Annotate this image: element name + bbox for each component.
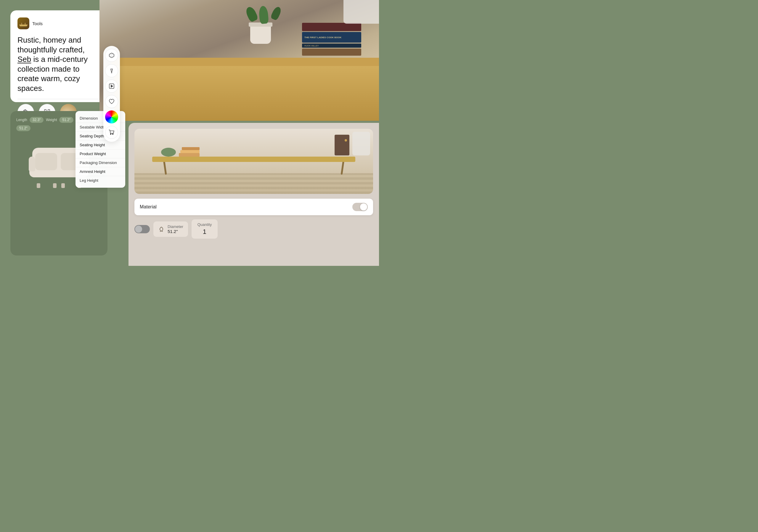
logo-row: Tools — [17, 17, 100, 29]
length-label: Length — [16, 118, 27, 122]
length-value: 32.3" — [30, 117, 44, 123]
diameter-label: Diameter — [168, 224, 183, 229]
tool-panel — [103, 46, 120, 142]
bottom-controls-row: Diameter 51.2" Quantity 1 — [134, 219, 373, 239]
color-picker-button[interactable] — [105, 111, 118, 123]
svg-rect-1 — [21, 23, 22, 24]
lamp-button[interactable] — [105, 64, 118, 77]
play-button[interactable] — [105, 80, 118, 93]
hero-photo: THE FIRST LADIES COOK BOOK HUON VALLEY — [99, 0, 379, 121]
wishlist-button[interactable] — [105, 95, 118, 108]
brand-logo — [17, 17, 29, 29]
dim-item-packaging-dimension[interactable]: Packaging Dimension — [76, 158, 125, 167]
svg-rect-3 — [19, 24, 27, 25]
secondary-toggle[interactable] — [134, 225, 150, 233]
secondary-toggle-thumb — [135, 226, 142, 233]
hero-card: Tools Rustic, homey and thoughtfully cra… — [10, 10, 108, 102]
dim-item-product-weight[interactable]: Product Weight — [76, 150, 125, 158]
card-divider — [17, 99, 100, 99]
svg-rect-2 — [24, 23, 26, 24]
weight-label: Weight — [46, 118, 57, 122]
quantity-badge: Quantity 1 — [191, 219, 218, 239]
material-label: Material — [140, 204, 156, 210]
dim-item-armrest-height[interactable]: Armrest Height — [76, 167, 125, 176]
diameter-badge: Diameter 51.2" — [154, 221, 188, 237]
diameter-value: 51.2" — [168, 229, 183, 234]
hero-headline: Rustic, homey and thoughtfully crafted, … — [17, 35, 100, 93]
quantity-value: 1 — [203, 228, 206, 235]
coffee-table-photo — [134, 129, 373, 194]
svg-point-12 — [113, 134, 114, 135]
svg-marker-10 — [111, 85, 113, 87]
toggle-thumb — [360, 203, 367, 211]
weight-value: 51.2" — [59, 117, 73, 123]
3d-view-button[interactable] — [105, 49, 118, 62]
quantity-label: Quantity — [197, 222, 212, 227]
cart-button[interactable] — [105, 126, 118, 139]
svg-point-11 — [111, 134, 111, 135]
material-card: Material — [134, 199, 373, 215]
brand-name-inline: Seb — [17, 55, 31, 64]
dim-item-seating-height[interactable]: Seating Height — [76, 141, 125, 150]
product-detail-panel: Material Diameter 51.2" Quantity 1 — [128, 123, 379, 266]
photo-background: THE FIRST LADIES COOK BOOK HUON VALLEY — [99, 0, 379, 121]
height-value: 51.2" — [16, 125, 30, 131]
diameter-info: Diameter 51.2" — [168, 224, 183, 234]
material-toggle[interactable] — [352, 203, 368, 211]
diameter-icon — [158, 226, 165, 232]
dim-item-leg-height[interactable]: Leg Height — [76, 176, 125, 185]
brand-label: Tools — [32, 21, 43, 26]
headline-before: Rustic, homey and thoughtfully crafted, — [17, 36, 85, 54]
